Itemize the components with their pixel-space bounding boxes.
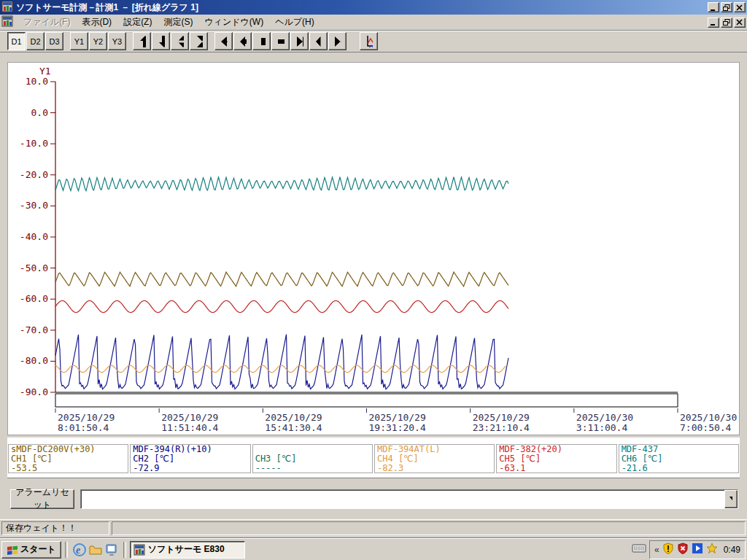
minimize-button[interactable] xyxy=(708,2,719,12)
start-button[interactable]: スタート xyxy=(1,541,61,559)
svg-text:-80.0: -80.0 xyxy=(20,355,48,366)
child-restore-button[interactable] xyxy=(721,18,732,28)
menu-measure[interactable]: 測定(S) xyxy=(158,15,198,30)
legend-cell-ch4: MDF-394AT(L)CH4 [℃]-82.3 xyxy=(374,444,495,473)
update-star-icon[interactable] xyxy=(706,542,718,556)
rewind-button[interactable] xyxy=(214,32,233,50)
media-player-tray-icon[interactable] xyxy=(692,542,703,556)
menu-view[interactable]: 表示(D) xyxy=(76,15,117,30)
svg-text:-20.0: -20.0 xyxy=(20,169,48,180)
menu-help[interactable]: ヘルプ(H) xyxy=(269,15,320,30)
alarm-reset-button[interactable]: アラームリセット xyxy=(10,489,74,509)
expand-vertical-button[interactable] xyxy=(171,32,189,50)
alarm-row: アラームリセット xyxy=(7,489,740,509)
keyboard-language-icon[interactable] xyxy=(632,543,646,556)
svg-text:2025/10/29: 2025/10/29 xyxy=(473,412,530,423)
channel-legend: sMDF-DC200V(+30)CH1 [℃]-53.5 MDF-394(R)(… xyxy=(7,438,740,478)
app-icon xyxy=(1,1,13,15)
folder-icon[interactable] xyxy=(88,542,104,558)
svg-text:-40.0: -40.0 xyxy=(20,231,48,242)
restore-button[interactable] xyxy=(721,2,732,12)
status-message-panel: 保存ウェイト！！ xyxy=(1,521,109,535)
alarm-combobox[interactable] xyxy=(80,489,738,509)
legend-cell-ch2: MDF-394(R)(+10)CH2 [℃]-72.9 xyxy=(130,444,250,473)
y1-button[interactable]: Y1 xyxy=(70,32,88,50)
legend-cell-ch3: CH3 [℃]----- xyxy=(252,444,373,473)
title-bar: ソフトサーモ計測－計測1 － [折れ線グラフ 1] xyxy=(0,0,747,15)
step-left-button[interactable] xyxy=(233,32,252,50)
svg-text:2025/10/29: 2025/10/29 xyxy=(265,412,322,423)
taskbar-app-label: ソフトサーモ E830 xyxy=(148,543,225,556)
svg-text:2025/10/29: 2025/10/29 xyxy=(58,412,115,423)
close-button[interactable] xyxy=(734,2,746,12)
start-label: スタート xyxy=(20,543,56,556)
combobox-dropdown-icon[interactable] xyxy=(724,490,738,508)
svg-text:-10.0: -10.0 xyxy=(20,138,48,149)
legend-cell-ch6: MDF-437CH6 [℃]-21.6 xyxy=(619,444,739,473)
scroll-down-button[interactable] xyxy=(152,32,170,50)
svg-text:11:51:40.4: 11:51:40.4 xyxy=(161,422,218,433)
alarm-combobox-value[interactable] xyxy=(81,490,724,508)
internet-explorer-icon[interactable]: e xyxy=(71,542,88,558)
legend-cell-ch5: MDF-382(+20)CH5 [℃]-63.1 xyxy=(496,444,616,473)
svg-text:23:21:10.4: 23:21:10.4 xyxy=(473,422,530,433)
child-close-button[interactable] xyxy=(734,18,746,28)
d3-button[interactable]: D3 xyxy=(45,32,63,50)
mdi-client-area: Y110.00.0-10.0-20.0-30.0-40.0-50.0-60.0-… xyxy=(0,52,747,519)
line-graph-panel: Y110.00.0-10.0-20.0-30.0-40.0-50.0-60.0-… xyxy=(7,62,740,435)
toolbar: D1 D2 D3 Y1 Y2 Y3 xyxy=(0,31,747,52)
svg-text:-50.0: -50.0 xyxy=(20,262,48,273)
svg-text:2025/10/30: 2025/10/30 xyxy=(576,412,633,423)
child-window-icon[interactable] xyxy=(1,15,13,29)
y2-button[interactable]: Y2 xyxy=(89,32,107,50)
svg-text:e: e xyxy=(76,545,80,556)
svg-text:-90.0: -90.0 xyxy=(20,386,48,397)
svg-text:2025/10/30: 2025/10/30 xyxy=(680,412,737,423)
line-chart: Y110.00.0-10.0-20.0-30.0-40.0-50.0-60.0-… xyxy=(8,63,739,435)
menu-settings[interactable]: 設定(Z) xyxy=(117,15,158,30)
system-tray: « 0:49 xyxy=(649,540,746,559)
svg-text:10.0: 10.0 xyxy=(26,76,48,87)
svg-text:0.0: 0.0 xyxy=(31,107,48,118)
svg-text:15:41:30.4: 15:41:30.4 xyxy=(265,422,322,433)
svg-text:-70.0: -70.0 xyxy=(20,324,48,335)
child-minimize-button[interactable] xyxy=(708,18,719,28)
graph-settings-button[interactable] xyxy=(360,32,378,50)
taskbar: スタート e ソフトサーモ E830 « xyxy=(0,538,747,560)
status-message: 保存ウェイト！！ xyxy=(6,522,77,534)
svg-text:7:00:50.4: 7:00:50.4 xyxy=(680,422,732,433)
svg-text:-30.0: -30.0 xyxy=(20,200,48,211)
y3-button[interactable]: Y3 xyxy=(108,32,126,50)
svg-text:19:31:20.4: 19:31:20.4 xyxy=(369,422,426,433)
d1-button[interactable]: D1 xyxy=(7,32,26,50)
step-right-button[interactable] xyxy=(271,32,290,50)
security-warning-icon[interactable] xyxy=(662,542,674,556)
legend-cell-ch1: sMDF-DC200V(+30)CH1 [℃]-53.5 xyxy=(8,444,128,473)
tray-clock: 0:49 xyxy=(724,545,740,555)
scroll-up-button[interactable] xyxy=(133,32,151,50)
taskbar-app-button[interactable]: ソフトサーモ E830 xyxy=(130,541,245,559)
status-bar: 保存ウェイト！！ xyxy=(0,519,747,538)
compress-vertical-button[interactable] xyxy=(190,32,208,50)
stop-button[interactable] xyxy=(252,32,271,50)
d2-button[interactable]: D2 xyxy=(26,32,44,50)
svg-text:2025/10/29: 2025/10/29 xyxy=(369,412,426,423)
svg-text:2025/10/29: 2025/10/29 xyxy=(161,412,218,423)
svg-text:3:11:00.4: 3:11:00.4 xyxy=(576,422,628,433)
app-icon xyxy=(133,544,145,556)
menu-bar: ファイル(F) 表示(D) 設定(Z) 測定(S) ウィンドウ(W) ヘルプ(H… xyxy=(0,15,747,31)
expand-horizontal-button[interactable] xyxy=(309,32,328,50)
tray-chevron-icon[interactable]: « xyxy=(654,545,659,555)
menu-file[interactable]: ファイル(F) xyxy=(18,15,76,30)
menu-window[interactable]: ウィンドウ(W) xyxy=(198,15,269,30)
svg-text:Y1: Y1 xyxy=(39,66,51,77)
svg-text:-60.0: -60.0 xyxy=(20,293,48,304)
status-secondary-panel xyxy=(112,521,746,535)
windows-logo-icon xyxy=(7,545,18,555)
svg-text:8:01:50.4: 8:01:50.4 xyxy=(58,422,109,433)
compress-horizontal-button[interactable] xyxy=(328,32,347,50)
window-title: ソフトサーモ計測－計測1 － [折れ線グラフ 1] xyxy=(16,1,706,14)
security-alert-icon[interactable] xyxy=(677,542,689,556)
fast-forward-button[interactable] xyxy=(290,32,309,50)
show-desktop-icon[interactable] xyxy=(104,542,120,558)
